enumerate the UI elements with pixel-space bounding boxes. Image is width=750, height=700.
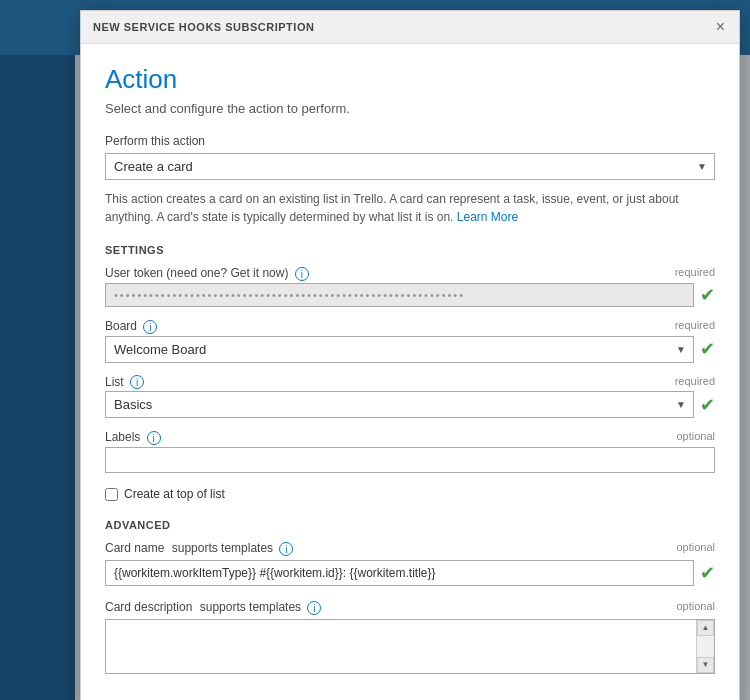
list-select-wrapper: Basics ▼ (105, 391, 694, 418)
learn-more-link[interactable]: Learn More (457, 210, 518, 224)
textarea-scrollbar: ▲ ▼ (696, 620, 714, 673)
settings-heading: SETTINGS (105, 244, 715, 256)
card-desc-info-icon[interactable]: i (307, 601, 321, 615)
list-label: List i (105, 375, 675, 390)
scroll-down-icon[interactable]: ▼ (697, 657, 714, 673)
board-required: required (675, 319, 715, 331)
board-info-icon[interactable]: i (143, 320, 157, 334)
modal-header: NEW SERVICE HOOKS SUBSCRIPTION × (81, 11, 739, 44)
advanced-heading: ADVANCED (105, 519, 715, 531)
list-check-icon: ✔ (700, 394, 715, 416)
board-label-row: Board i required (105, 319, 715, 334)
card-desc-textarea-container: | ▲ ▼ (105, 619, 715, 674)
user-token-label: User token (need one? Get it now) i (105, 266, 675, 281)
list-select-row: Basics ▼ ✔ (105, 391, 715, 418)
scroll-up-icon[interactable]: ▲ (697, 620, 714, 636)
labels-input[interactable] (105, 447, 715, 473)
card-name-supports-link[interactable]: supports templates (172, 541, 273, 555)
board-label: Board i (105, 319, 675, 334)
card-desc-textarea[interactable]: | (106, 620, 714, 673)
user-token-label-row: User token (need one? Get it now) i requ… (105, 266, 715, 281)
action-select-wrapper: Create a card ▼ (105, 153, 715, 180)
user-token-info-icon[interactable]: i (295, 267, 309, 281)
board-select-wrapper: Welcome Board ▼ (105, 336, 694, 363)
user-token-input-row: ✔ (105, 283, 715, 307)
card-name-check-icon: ✔ (700, 562, 715, 584)
card-name-top-row: Card name supports templates i optional (105, 541, 715, 556)
modal-title: NEW SERVICE HOOKS SUBSCRIPTION (93, 21, 314, 33)
list-required: required (675, 375, 715, 387)
checkbox-row: Create at top of list (105, 487, 715, 501)
card-desc-optional: optional (676, 600, 715, 615)
list-label-row: List i required (105, 375, 715, 390)
action-description-text: This action creates a card on an existin… (105, 192, 679, 224)
card-name-optional: optional (676, 541, 715, 556)
list-info-icon[interactable]: i (130, 375, 144, 389)
card-name-info-icon[interactable]: i (279, 542, 293, 556)
close-button[interactable]: × (714, 19, 727, 35)
checkbox-label: Create at top of list (124, 487, 225, 501)
user-token-check-icon: ✔ (700, 284, 715, 306)
board-check-icon: ✔ (700, 338, 715, 360)
user-token-input[interactable] (105, 283, 694, 307)
modal-body: Action Select and configure the action t… (81, 44, 739, 700)
labels-label-row: Labels i optional (105, 430, 715, 445)
card-name-field: Card name supports templates i optional … (105, 541, 715, 586)
card-desc-top-row: Card description supports templates i op… (105, 600, 715, 615)
card-desc-supports-link[interactable]: supports templates (200, 600, 301, 614)
create-top-checkbox[interactable] (105, 488, 118, 501)
board-select-row: Welcome Board ▼ ✔ (105, 336, 715, 363)
action-field-label: Perform this action (105, 134, 715, 148)
modal-dialog: NEW SERVICE HOOKS SUBSCRIPTION × Action … (80, 10, 740, 700)
get-it-now-link[interactable]: Get it now) (230, 266, 288, 280)
card-name-input-row: ✔ (105, 560, 715, 586)
card-desc-field: Card description supports templates i op… (105, 600, 715, 674)
action-description: This action creates a card on an existin… (105, 190, 715, 226)
section-title: Action (105, 64, 715, 95)
action-select[interactable]: Create a card (105, 153, 715, 180)
labels-label: Labels i (105, 430, 676, 445)
board-select[interactable]: Welcome Board (105, 336, 694, 363)
card-name-label: Card name supports templates i (105, 541, 293, 556)
card-name-input[interactable] (105, 560, 694, 586)
user-token-required: required (675, 266, 715, 278)
card-desc-label: Card description supports templates i (105, 600, 321, 615)
section-subtitle: Select and configure the action to perfo… (105, 101, 715, 116)
labels-optional: optional (676, 430, 715, 442)
list-select[interactable]: Basics (105, 391, 694, 418)
labels-info-icon[interactable]: i (147, 431, 161, 445)
